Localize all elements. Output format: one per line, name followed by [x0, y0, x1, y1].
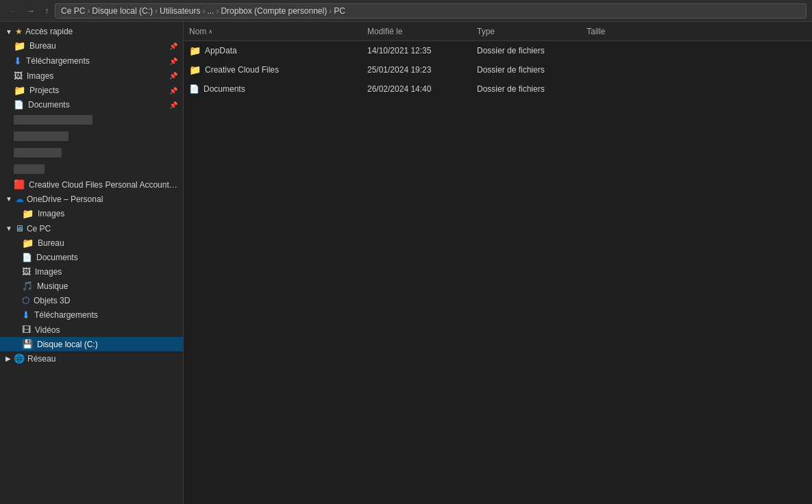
blurred-block-4	[14, 164, 45, 174]
file-modified-2: 26/02/2024 14:40	[367, 84, 477, 94]
sidebar-section-cepc[interactable]: ▼ 🖥 Ce PC	[0, 221, 183, 236]
folder-yellow-icon-0: 📁	[14, 85, 25, 96]
quick-access-arrow: ▼	[5, 28, 12, 36]
up-button[interactable]: ↑	[41, 4, 52, 18]
sidebar-item-cepc-telechargements[interactable]: ⬇ Téléchargements	[0, 307, 183, 323]
title-bar: ← → ↑ Ce PC › Disque local (C:) › Utilis…	[0, 0, 812, 22]
sidebar-section-onedrive[interactable]: ▼ ☁ OneDrive – Personal	[0, 192, 183, 206]
sidebar-item-creative-cloud[interactable]: 🟥 Creative Cloud Files Personal Account …	[0, 177, 183, 192]
breadcrumb-dropbox[interactable]: Dropbox (Compte personnel)	[221, 6, 327, 16]
drive-icon: 💾	[22, 339, 33, 349]
star-icon: ★	[15, 27, 23, 36]
pin-icon-0: 📌	[169, 42, 177, 50]
sidebar-item-telechargements-quick[interactable]: ⬇ Téléchargements 📌	[0, 53, 183, 68]
file-name-label-1: Creative Cloud Files	[205, 65, 279, 75]
file-type-2: Dossier de fichiers	[477, 84, 587, 94]
sidebar-item-blurred-3[interactable]	[0, 144, 183, 161]
sidebar-item-blurred-4[interactable]	[0, 161, 183, 177]
sidebar-item-cepc-disque-label: Disque local (C:)	[37, 340, 177, 349]
sidebar-item-projects-quick-label: Projects	[29, 86, 165, 95]
onedrive-label: OneDrive – Personal	[27, 194, 103, 204]
table-row[interactable]: 📁 Creative Cloud Files 25/01/2024 19:23 …	[184, 60, 812, 79]
breadcrumb-disk[interactable]: Disque local (C:)	[92, 6, 153, 16]
sidebar-item-cepc-disque[interactable]: 💾 Disque local (C:)	[0, 337, 183, 351]
sidebar-item-images-quick-label: Images	[27, 71, 165, 81]
back-button[interactable]: ←	[5, 4, 21, 18]
sidebar-item-cepc-objets3d[interactable]: ⬡ Objets 3D	[0, 293, 183, 307]
sidebar-item-cepc-objets3d-label: Objets 3D	[34, 296, 177, 305]
address-bar[interactable]: Ce PC › Disque local (C:) › Utilisateurs…	[55, 3, 807, 18]
sidebar-item-cepc-musique-label: Musique	[37, 281, 177, 291]
download-icon-1: ⬇	[22, 310, 30, 320]
sep-2: ›	[155, 6, 158, 16]
col-header-modified[interactable]: Modifié le	[367, 27, 477, 36]
col-header-type[interactable]: Type	[477, 27, 587, 36]
blurred-block-3	[14, 148, 62, 158]
sidebar-item-cepc-bureau[interactable]: 📁 Bureau	[0, 236, 183, 251]
folder-yellow-icon-1: 📁	[22, 208, 34, 219]
col-header-size[interactable]: Taille	[587, 27, 655, 36]
pin-icon-1: 📌	[169, 58, 177, 65]
reseau-label: Réseau	[27, 354, 56, 364]
file-name-label-2: Documents	[204, 84, 245, 94]
sidebar-item-documents-quick-label: Documents	[28, 100, 165, 110]
sidebar-item-blurred-2[interactable]	[0, 128, 183, 144]
sidebar-item-bureau-quick[interactable]: 📁 Bureau 📌	[0, 38, 183, 53]
pin-icon-4: 📌	[169, 101, 177, 109]
docs-icon-2: 📄	[189, 84, 199, 94]
cepc-label: Ce PC	[27, 224, 51, 234]
breadcrumb-cepc[interactable]: Ce PC	[61, 6, 85, 16]
sidebar-item-cepc-musique[interactable]: 🎵 Musique	[0, 279, 183, 293]
sidebar-item-documents-quick[interactable]: 📄 Documents 📌	[0, 98, 183, 112]
sort-arrow: ∧	[208, 28, 213, 35]
folder-blue-icon-1: 📁	[22, 238, 34, 249]
file-type-0: Dossier de fichiers	[477, 46, 587, 55]
table-row[interactable]: 📄 Documents 26/02/2024 14:40 Dossier de …	[184, 79, 812, 99]
download-icon-0: ⬇	[14, 55, 22, 66]
sidebar-item-blurred-1[interactable]	[0, 112, 183, 128]
sep-3: ›	[202, 6, 205, 16]
sidebar-item-onedrive-images[interactable]: 📁 Images	[0, 206, 183, 221]
sidebar-item-bureau-quick-label: Bureau	[29, 41, 165, 51]
breadcrumb-pc[interactable]: PC	[334, 6, 345, 16]
col-name-label: Nom	[189, 27, 206, 36]
cepc-arrow: ▼	[5, 225, 12, 232]
sidebar-item-projects-quick[interactable]: 📁 Projects 📌	[0, 83, 183, 98]
file-modified-1: 25/01/2024 19:23	[367, 65, 477, 75]
col-header-name[interactable]: Nom ∧	[189, 27, 367, 36]
breadcrumb-users[interactable]: Utilisateurs	[160, 6, 200, 16]
sidebar-item-cepc-videos[interactable]: 🎞 Vidéos	[0, 323, 183, 337]
breadcrumb-dots[interactable]: ...	[207, 6, 214, 16]
video-icon: 🎞	[22, 325, 31, 335]
table-row[interactable]: 📁 AppData 14/10/2021 12:35 Dossier de fi…	[184, 41, 812, 60]
sidebar: ▼ ★ Accès rapide 📁 Bureau 📌 ⬇ Télécharge…	[0, 22, 184, 504]
main-container: ▼ ★ Accès rapide 📁 Bureau 📌 ⬇ Télécharge…	[0, 22, 812, 504]
sidebar-item-cepc-documents-label: Documents	[36, 253, 177, 262]
sidebar-item-cepc-documents[interactable]: 📄 Documents	[0, 251, 183, 264]
folder-icon-0: 📁	[189, 45, 201, 56]
sidebar-item-onedrive-images-label: Images	[38, 209, 177, 218]
col-modified-label: Modifié le	[367, 27, 402, 36]
docs-icon-0: 📄	[14, 100, 24, 110]
onedrive-arrow: ▼	[5, 195, 12, 203]
folder-blue-icon: 📁	[14, 40, 25, 51]
sep-4: ›	[216, 6, 219, 16]
pc-icon: 🖥	[15, 223, 24, 234]
sidebar-item-creative-cloud-label: Creative Cloud Files Personal Account co	[29, 180, 177, 190]
onedrive-icon: ☁	[15, 194, 24, 204]
sidebar-section-quick-access[interactable]: ▼ ★ Accès rapide	[0, 25, 183, 38]
file-name-2: 📄 Documents	[189, 84, 367, 94]
pin-icon-3: 📌	[169, 87, 177, 94]
file-type-1: Dossier de fichiers	[477, 65, 587, 75]
forward-button[interactable]: →	[23, 4, 38, 18]
sidebar-item-images-quick[interactable]: 🖼 Images 📌	[0, 68, 183, 83]
network-icon: 🌐	[14, 353, 25, 364]
file-list: 📁 AppData 14/10/2021 12:35 Dossier de fi…	[184, 41, 812, 504]
sidebar-item-cepc-images-label: Images	[35, 267, 177, 277]
blurred-block-1	[14, 115, 93, 125]
col-type-label: Type	[477, 27, 495, 36]
sidebar-item-cepc-images[interactable]: 🖼 Images	[0, 264, 183, 279]
sidebar-section-reseau[interactable]: ▶ 🌐 Réseau	[0, 351, 183, 366]
reseau-arrow: ▶	[5, 355, 11, 362]
file-name-1: 📁 Creative Cloud Files	[189, 64, 367, 75]
